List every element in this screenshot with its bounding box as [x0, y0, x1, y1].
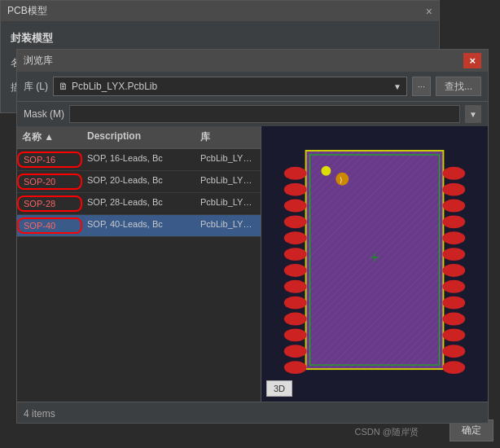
browse-toolbar: 库 (L) 🗎 PcbLib_LYX.PcbLib ▼ ··· 查找...	[17, 72, 488, 102]
pcb-preview-svg: ⟩	[261, 126, 488, 402]
svg-point-25	[442, 264, 465, 277]
table-row[interactable]: SOP-16 SOP, 16-Leads, Bc PcbLib_LYX.PcbL…	[17, 149, 261, 171]
list-header: 名称 ▲ Description 库	[17, 126, 261, 149]
header-name[interactable]: 名称 ▲	[17, 129, 82, 146]
svg-point-19	[442, 167, 465, 180]
svg-point-18	[284, 361, 307, 374]
list-body: SOP-16 SOP, 16-Leads, Bc PcbLib_LYX.PcbL…	[17, 149, 261, 402]
cell-desc: SOP, 20-Leads, Bc	[82, 173, 195, 190]
svg-point-13	[284, 280, 307, 293]
svg-point-11	[284, 248, 307, 261]
chevron-down-icon: ▼	[393, 82, 401, 91]
svg-point-30	[442, 345, 465, 358]
cell-desc: SOP, 16-Leads, Bc	[82, 152, 195, 168]
pcb-model-close-icon[interactable]: ×	[426, 5, 432, 18]
section-title: 封装模型	[11, 31, 429, 46]
svg-point-31	[442, 361, 465, 374]
cell-lib: PcbLib_LYX.PcbLib	[195, 195, 261, 212]
cell-name: SOP-28	[17, 195, 82, 212]
browse-content: 名称 ▲ Description 库 SOP-16 SOP, 16-Leads,…	[17, 126, 488, 402]
cell-lib: PcbLib_LYX.PcbLib	[195, 217, 261, 234]
svg-point-6	[284, 167, 307, 180]
watermark: CSDN @随岸贤	[355, 426, 419, 438]
pcb-model-titlebar: PCB模型 ×	[1, 1, 439, 21]
svg-point-16	[284, 328, 307, 341]
svg-point-12	[284, 264, 307, 277]
browse-title: 浏览库	[24, 54, 53, 68]
svg-point-17	[284, 345, 307, 358]
svg-point-27	[442, 296, 465, 310]
svg-point-32	[321, 166, 331, 176]
svg-point-26	[442, 280, 465, 293]
mask-dropdown-button[interactable]: ▼	[465, 105, 481, 123]
lib-label: 库 (L)	[24, 80, 48, 94]
cell-name: SOP-40	[17, 217, 82, 234]
lib-dropdown[interactable]: 🗎 PcbLib_LYX.PcbLib ▼	[53, 77, 407, 96]
browse-footer: 4 items	[17, 402, 488, 424]
svg-point-9	[284, 215, 307, 228]
browse-close-button[interactable]: ×	[463, 53, 481, 68]
header-desc[interactable]: Description	[82, 129, 195, 146]
list-panel: 名称 ▲ Description 库 SOP-16 SOP, 16-Leads,…	[17, 126, 261, 402]
lib-dropdown-text: PcbLib_LYX.PcbLib	[72, 81, 390, 92]
lib-dots-button[interactable]: ···	[412, 77, 431, 96]
lib-file-icon: 🗎	[59, 81, 68, 92]
cell-lib: PcbLib_LYX.PcbLib	[195, 173, 261, 190]
items-count: 4 items	[24, 408, 55, 419]
svg-point-7	[284, 183, 307, 196]
svg-point-22	[442, 215, 465, 228]
cell-name: SOP-16	[17, 152, 82, 168]
svg-point-29	[442, 328, 465, 341]
table-row[interactable]: SOP-28 SOP, 28-Leads, Bc PcbLib_LYX.PcbL…	[17, 193, 261, 215]
preview-panel: ⟩ 3D	[261, 126, 488, 402]
browse-titlebar: 浏览库 ×	[17, 50, 488, 72]
svg-point-23	[442, 231, 465, 244]
cell-desc: SOP, 28-Leads, Bc	[82, 195, 195, 212]
pcb-model-title: PCB模型	[7, 4, 47, 18]
table-row[interactable]: SOP-20 SOP, 20-Leads, Bc PcbLib_LYX.PcbL…	[17, 171, 261, 193]
search-button[interactable]: 查找...	[436, 77, 481, 96]
svg-point-14	[284, 296, 307, 310]
svg-point-8	[284, 200, 307, 213]
svg-point-20	[442, 183, 465, 196]
mask-label: Mask (M)	[24, 108, 64, 120]
svg-point-15	[284, 313, 307, 326]
mask-row: Mask (M) ▼	[17, 102, 488, 126]
svg-point-24	[442, 248, 465, 261]
svg-point-10	[284, 231, 307, 244]
svg-text:⟩: ⟩	[340, 176, 343, 184]
table-row[interactable]: SOP-40 SOP, 40-Leads, Bc PcbLib_LYX.PcbL…	[17, 215, 261, 237]
cell-lib: PcbLib_LYX.PcbLib	[195, 152, 261, 168]
svg-point-28	[442, 313, 465, 326]
svg-point-21	[442, 200, 465, 213]
mask-input[interactable]	[69, 105, 460, 123]
cell-name: SOP-20	[17, 173, 82, 190]
browse-library-window: 浏览库 × 库 (L) 🗎 PcbLib_LYX.PcbLib ▼ ··· 查找…	[16, 49, 489, 424]
header-lib[interactable]: 库	[195, 129, 261, 146]
preview-3d-button[interactable]: 3D	[266, 380, 292, 397]
cell-desc: SOP, 40-Leads, Bc	[82, 217, 195, 234]
